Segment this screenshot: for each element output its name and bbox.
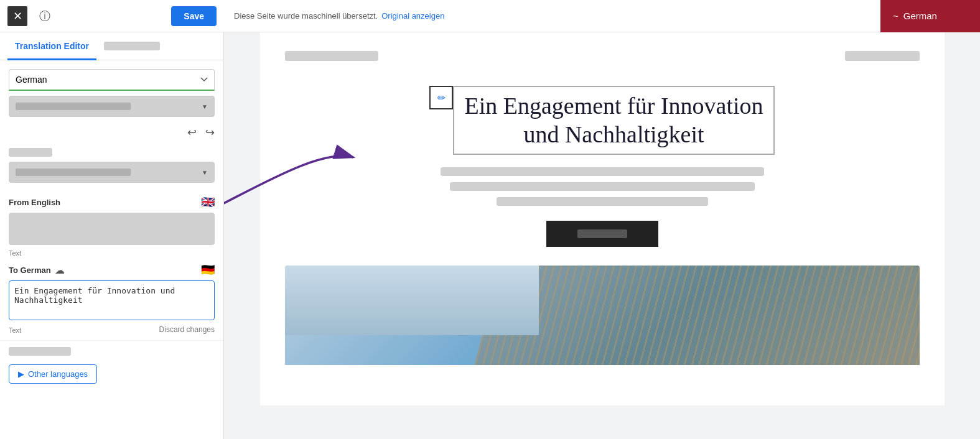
from-section: From English 🇬🇧 Text To German ☁ 🇩🇪 Ein … (0, 189, 223, 340)
filter-bar-inner (16, 169, 131, 176)
filter-label-placeholder (9, 148, 52, 157)
page-top-placeholder-left (285, 51, 378, 61)
to-textarea[interactable]: Ein Engagement für Innovation und Nachha… (9, 280, 215, 320)
cloud-icon[interactable]: ☁ (55, 264, 65, 276)
info-button[interactable]: ⓘ (35, 6, 55, 26)
cta-button[interactable] (546, 221, 658, 247)
machine-translated-notice: Diese Seite wurde maschinell übersetzt. … (224, 11, 880, 21)
save-button[interactable]: Save (171, 6, 217, 26)
desc-bar-3 (497, 197, 708, 206)
desc-bar-1 (441, 167, 764, 176)
language-badge-text: German (903, 11, 937, 21)
to-field-type: Text (9, 326, 21, 334)
from-flag: 🇬🇧 (201, 195, 215, 209)
original-link[interactable]: Original anzeigen (381, 11, 444, 21)
desc-bar-2 (450, 182, 755, 191)
top-bar-left: ✕ ⓘ Save (0, 6, 224, 26)
to-section: To German ☁ 🇩🇪 Ein Engagement für Innova… (9, 263, 215, 334)
close-button[interactable]: ✕ (7, 6, 27, 26)
main-layout: Translation Editor German French Spanish… (0, 32, 980, 439)
page-top-bar (285, 51, 920, 61)
variant-select[interactable]: ▼ (9, 96, 215, 117)
description-placeholders (285, 167, 920, 206)
bottom-section: ▶ Other languages (0, 340, 223, 390)
from-title: From English (9, 198, 60, 207)
hero-title-box: ✏ Ein Engagement für Innovation und Nach… (429, 86, 774, 155)
other-languages-label: Other languages (28, 369, 88, 379)
filter-chevron: ▼ (202, 169, 208, 176)
hero-title-line2: und Nachhaltigkeit (523, 121, 704, 147)
to-title: To German (9, 266, 51, 275)
content-area: ✏ Ein Engagement für Innovation und Nach… (224, 32, 980, 439)
sidebar-tabs: Translation Editor (0, 32, 223, 60)
cta-label-placeholder (577, 229, 627, 238)
info-icon: ⓘ (39, 9, 50, 24)
hero-title: Ein Engagement für Innovation und Nachha… (453, 86, 774, 155)
tilde-symbol: ~ (893, 11, 898, 21)
language-select[interactable]: German French Spanish Italian (9, 69, 215, 91)
other-languages-icon: ▶ (18, 369, 24, 379)
from-field-type: Text (9, 249, 215, 257)
page-top-placeholder-right (845, 51, 920, 61)
page-container: ✏ Ein Engagement für Innovation und Nach… (260, 32, 945, 405)
discard-button[interactable]: Discard changes (159, 325, 215, 334)
hero-section: ✏ Ein Engagement für Innovation und Nach… (285, 86, 920, 365)
tab-placeholder-bar (104, 42, 160, 50)
hero-title-line1: Ein Engagement für Innovation (464, 93, 763, 119)
sidebar: Translation Editor German French Spanish… (0, 32, 224, 439)
to-footer: Text Discard changes (9, 325, 215, 334)
bottom-placeholder-bar (9, 347, 71, 356)
to-header: To German ☁ 🇩🇪 (9, 263, 215, 277)
building-lines (474, 266, 919, 365)
other-languages-button[interactable]: ▶ Other languages (9, 364, 97, 384)
sky-area (285, 266, 539, 335)
close-icon: ✕ (13, 9, 22, 23)
redo-button[interactable]: ↪ (205, 126, 215, 139)
filter-section: ▼ (0, 144, 223, 189)
from-textarea[interactable] (9, 213, 215, 245)
edit-icon-box[interactable]: ✏ (429, 86, 453, 109)
language-badge: ~ German (880, 0, 980, 32)
variant-chevron: ▼ (202, 103, 208, 110)
top-bar: ✕ ⓘ Save Diese Seite wurde maschinell üb… (0, 0, 980, 32)
variant-bar-inner (16, 103, 131, 110)
tab-translation-editor[interactable]: Translation Editor (7, 32, 96, 60)
language-selector-section: German French Spanish Italian ▼ (0, 60, 223, 121)
machine-translated-text: Diese Seite wurde maschinell übersetzt. (234, 11, 378, 21)
tab-placeholder (96, 32, 167, 60)
undo-redo-bar: ↩ ↪ (0, 121, 223, 144)
undo-button[interactable]: ↩ (187, 126, 197, 139)
filter-select[interactable]: ▼ (9, 162, 215, 183)
pencil-icon: ✏ (437, 92, 446, 104)
to-flag: 🇩🇪 (201, 263, 215, 277)
building-image (285, 266, 920, 365)
from-header: From English 🇬🇧 (9, 195, 215, 209)
